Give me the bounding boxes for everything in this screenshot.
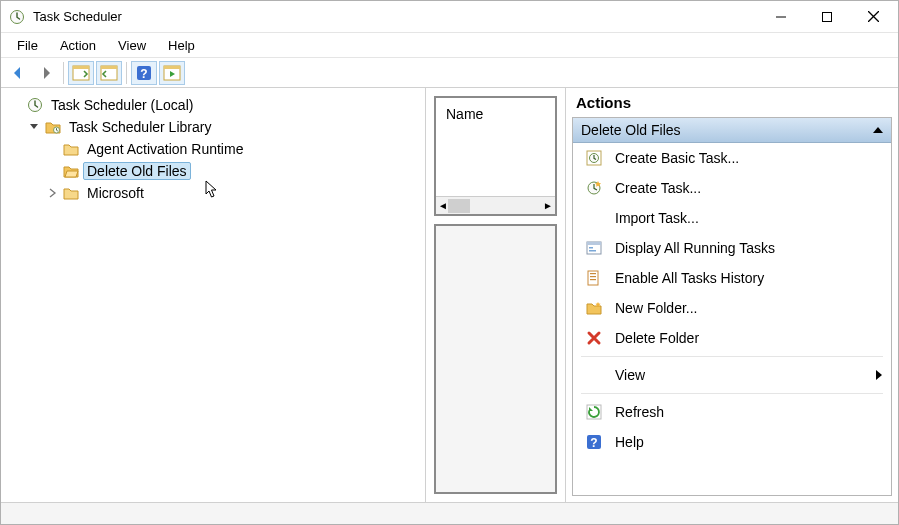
scroll-thumb[interactable] bbox=[448, 199, 470, 213]
folder-icon bbox=[63, 185, 79, 201]
svg-rect-16 bbox=[587, 242, 601, 245]
toolbar-run-button[interactable] bbox=[159, 61, 185, 85]
tree-root[interactable]: ▸ Task Scheduler (Local) bbox=[9, 94, 425, 116]
clock-star-icon bbox=[585, 179, 603, 197]
menu-view[interactable]: View bbox=[108, 36, 156, 55]
show-hide-action-pane-button[interactable] bbox=[96, 61, 122, 85]
action-view-submenu[interactable]: View bbox=[573, 360, 891, 390]
task-list-pane: Name ◄ ► bbox=[426, 88, 566, 502]
blank-icon bbox=[585, 366, 603, 384]
library-icon bbox=[45, 119, 61, 135]
task-scheduler-window: Task Scheduler File Action View Help bbox=[0, 0, 899, 525]
actions-pane: Actions Delete Old Files Create Basic Ta… bbox=[566, 88, 898, 502]
action-label: Create Task... bbox=[615, 180, 701, 196]
toolbar-help-button[interactable]: ? bbox=[131, 61, 157, 85]
column-header-name[interactable]: Name bbox=[436, 98, 555, 196]
action-display-running[interactable]: Display All Running Tasks bbox=[573, 233, 891, 263]
action-label: New Folder... bbox=[615, 300, 697, 316]
svg-rect-5 bbox=[101, 66, 117, 69]
titlebar: Task Scheduler bbox=[1, 1, 898, 33]
action-create-basic-task[interactable]: Create Basic Task... bbox=[573, 143, 891, 173]
svg-text:?: ? bbox=[140, 66, 147, 80]
actions-pane-title: Actions bbox=[572, 92, 892, 117]
svg-rect-17 bbox=[589, 247, 593, 249]
clock-icon bbox=[9, 9, 25, 25]
wizard-icon bbox=[585, 149, 603, 167]
menu-file[interactable]: File bbox=[7, 36, 48, 55]
svg-rect-21 bbox=[590, 276, 596, 277]
svg-rect-1 bbox=[823, 12, 832, 21]
tree-item-delete-old-files[interactable]: ▸ Delete Old Files bbox=[45, 160, 425, 182]
history-icon bbox=[585, 269, 603, 287]
action-label: Create Basic Task... bbox=[615, 150, 739, 166]
action-delete-folder[interactable]: Delete Folder bbox=[573, 323, 891, 353]
svg-rect-22 bbox=[590, 279, 596, 280]
menu-action[interactable]: Action bbox=[50, 36, 106, 55]
close-button[interactable] bbox=[850, 1, 896, 33]
refresh-icon bbox=[585, 403, 603, 421]
new-folder-icon bbox=[585, 299, 603, 317]
nav-back-button[interactable] bbox=[5, 61, 31, 85]
navigation-tree: ▸ Task Scheduler (Local) bbox=[9, 94, 425, 204]
client-area: ▸ Task Scheduler (Local) bbox=[1, 88, 898, 502]
task-list-box: Name ◄ ► bbox=[434, 96, 557, 216]
tree-item-agent-activation[interactable]: ▸ Agent Activation Runtime bbox=[45, 138, 425, 160]
tree-item-microsoft[interactable]: Microsoft bbox=[45, 182, 425, 204]
blank-icon bbox=[585, 209, 603, 227]
svg-rect-20 bbox=[590, 273, 596, 274]
action-import-task[interactable]: Import Task... bbox=[573, 203, 891, 233]
actions-context-label: Delete Old Files bbox=[581, 122, 681, 138]
svg-rect-9 bbox=[164, 66, 180, 69]
scroll-right-icon[interactable]: ► bbox=[543, 200, 553, 211]
tree-item-label: Agent Activation Runtime bbox=[83, 140, 247, 158]
svg-rect-18 bbox=[589, 250, 596, 252]
tree-item-label: Delete Old Files bbox=[83, 162, 191, 180]
action-help[interactable]: ? Help bbox=[573, 427, 891, 457]
horizontal-scrollbar[interactable]: ◄ ► bbox=[436, 196, 555, 214]
chevron-down-icon[interactable] bbox=[27, 120, 41, 134]
folder-icon bbox=[63, 141, 79, 157]
action-label: Import Task... bbox=[615, 210, 699, 226]
action-create-task[interactable]: Create Task... bbox=[573, 173, 891, 203]
running-tasks-icon bbox=[585, 239, 603, 257]
chevron-right-icon[interactable] bbox=[45, 186, 59, 200]
tree-root-label: Task Scheduler (Local) bbox=[47, 96, 197, 114]
tree-library[interactable]: Task Scheduler Library bbox=[27, 116, 425, 138]
action-separator bbox=[581, 356, 883, 357]
maximize-button[interactable] bbox=[804, 1, 850, 33]
action-new-folder[interactable]: New Folder... bbox=[573, 293, 891, 323]
delete-icon bbox=[585, 329, 603, 347]
tree-item-label: Microsoft bbox=[83, 184, 148, 202]
action-label: Display All Running Tasks bbox=[615, 240, 775, 256]
folder-open-icon bbox=[63, 163, 79, 179]
action-label: Help bbox=[615, 434, 644, 450]
minimize-button[interactable] bbox=[758, 1, 804, 33]
tree-pane: ▸ Task Scheduler (Local) bbox=[1, 88, 426, 502]
show-hide-console-tree-button[interactable] bbox=[68, 61, 94, 85]
clock-icon bbox=[27, 97, 43, 113]
toolbar-separator bbox=[126, 62, 127, 84]
task-detail-box bbox=[434, 224, 557, 494]
action-refresh[interactable]: Refresh bbox=[573, 397, 891, 427]
svg-text:?: ? bbox=[590, 436, 597, 450]
statusbar bbox=[1, 502, 898, 524]
tree-library-label: Task Scheduler Library bbox=[65, 118, 215, 136]
menu-help[interactable]: Help bbox=[158, 36, 205, 55]
menubar: File Action View Help bbox=[1, 33, 898, 57]
action-label: Enable All Tasks History bbox=[615, 270, 764, 286]
toolbar: ? bbox=[1, 58, 898, 88]
toolbar-separator bbox=[63, 62, 64, 84]
action-label: View bbox=[615, 367, 645, 383]
action-separator bbox=[581, 393, 883, 394]
action-label: Refresh bbox=[615, 404, 664, 420]
submenu-arrow-icon bbox=[875, 369, 883, 381]
scroll-left-icon[interactable]: ◄ bbox=[438, 200, 448, 211]
collapse-icon[interactable] bbox=[873, 126, 883, 134]
actions-box: Delete Old Files Create Basic Task... bbox=[572, 117, 892, 496]
actions-context-header[interactable]: Delete Old Files bbox=[573, 118, 891, 143]
action-label: Delete Folder bbox=[615, 330, 699, 346]
help-icon: ? bbox=[585, 433, 603, 451]
nav-forward-button[interactable] bbox=[33, 61, 59, 85]
svg-rect-3 bbox=[73, 66, 89, 69]
action-enable-history[interactable]: Enable All Tasks History bbox=[573, 263, 891, 293]
